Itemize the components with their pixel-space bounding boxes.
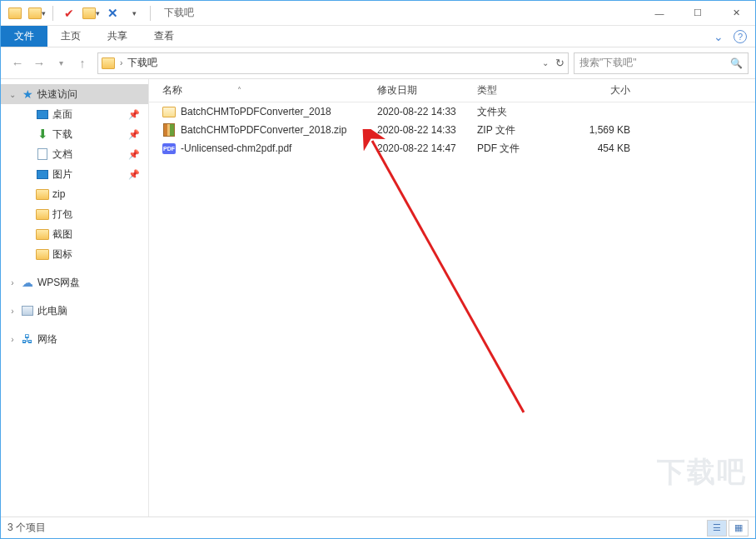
- sidebar-label: WPS网盘: [37, 276, 80, 290]
- pin-icon: 📌: [128, 109, 140, 120]
- sidebar-item-label: 图片: [52, 167, 72, 182]
- ribbon-tabs: 文件 主页 共享 查看 ⌄ ?: [1, 26, 755, 47]
- column-headers: 名称˄ 修改日期 类型 大小: [149, 79, 755, 102]
- navigation-bar: ← → ▾ ↑ › 下载吧 ⌄ ↻ 搜索"下载吧" 🔍: [1, 47, 755, 79]
- sidebar-quick-access[interactable]: ⌄ ★ 快速访问: [1, 84, 148, 104]
- folder-icon: [36, 207, 49, 221]
- address-bar[interactable]: › 下载吧 ⌄ ↻: [97, 52, 569, 74]
- forward-button[interactable]: →: [29, 53, 49, 73]
- file-name: -Unlicensed-chm2pdf.pdf: [181, 142, 291, 154]
- sidebar-item-label: 文档: [52, 147, 72, 162]
- sidebar-item[interactable]: 截图: [16, 224, 148, 244]
- column-type[interactable]: 类型: [470, 83, 562, 97]
- folder-icon: [36, 247, 49, 261]
- ribbon-expand-icon[interactable]: ⌄: [714, 30, 724, 43]
- file-row[interactable]: BatchCHMToPDFConverter_2018.zip2020-08-2…: [149, 121, 755, 139]
- sidebar-item[interactable]: 图片📌: [16, 164, 148, 184]
- sidebar-item[interactable]: 图标: [16, 244, 148, 264]
- qat-delete-button[interactable]: ✕: [103, 4, 122, 22]
- chevron-right-icon[interactable]: ›: [120, 58, 122, 67]
- sidebar-label: 网络: [37, 332, 57, 347]
- file-row[interactable]: PDF-Unlicensed-chm2pdf.pdf2020-08-22 14:…: [149, 139, 755, 157]
- tab-home[interactable]: 主页: [47, 26, 94, 47]
- file-row[interactable]: BatchCHMToPDFConverter_20182020-08-22 14…: [149, 102, 755, 121]
- address-folder-icon: [102, 57, 115, 69]
- maximize-button[interactable]: ☐: [679, 1, 717, 26]
- chevron-right-icon[interactable]: ›: [7, 335, 17, 344]
- sidebar-item-label: 图标: [52, 247, 72, 262]
- file-name: BatchCHMToPDFConverter_2018.zip: [181, 124, 346, 136]
- navigation-pane: ⌄ ★ 快速访问 桌面📌⬇下载📌文档📌图片📌zip打包截图图标 › ☁ WPS网…: [1, 79, 149, 517]
- sidebar-item-label: 下载: [52, 127, 72, 142]
- folder-icon: [36, 187, 49, 201]
- sidebar-label: 此电脑: [37, 304, 67, 318]
- folder-icon: [36, 227, 49, 241]
- sidebar-this-pc[interactable]: › 此电脑: [1, 301, 148, 321]
- chevron-down-icon[interactable]: ⌄: [7, 90, 17, 99]
- sidebar-label: 快速访问: [37, 87, 77, 102]
- qat-properties-button[interactable]: ✔: [60, 4, 78, 22]
- status-item-count: 3 个项目: [7, 521, 46, 535]
- file-list-area: 名称˄ 修改日期 类型 大小 BatchCHMToPDFConverter_20…: [149, 79, 755, 517]
- file-name: BatchCHMToPDFConverter_2018: [181, 106, 331, 117]
- tab-share[interactable]: 共享: [94, 26, 141, 47]
- cloud-icon: ☁: [21, 276, 34, 289]
- zip-icon: [162, 123, 176, 137]
- sidebar-wps[interactable]: › ☁ WPS网盘: [1, 272, 148, 292]
- down-icon: ⬇: [36, 127, 49, 141]
- file-date: 2020-08-22 14:47: [371, 142, 470, 154]
- view-details-button[interactable]: ☰: [707, 520, 727, 537]
- desktop-icon: [36, 107, 49, 121]
- pin-icon: 📌: [128, 169, 140, 180]
- column-size[interactable]: 大小: [562, 83, 637, 97]
- sidebar-item-label: 打包: [52, 207, 72, 222]
- status-bar: 3 个项目 ☰ ▦: [1, 517, 755, 538]
- search-input[interactable]: 搜索"下载吧" 🔍: [574, 52, 749, 74]
- network-icon: 🖧: [21, 332, 34, 346]
- sidebar-network[interactable]: › 🖧 网络: [1, 329, 148, 349]
- file-type: PDF 文件: [470, 142, 562, 156]
- title-bar: ▾ ✔ ▾ ✕ ▾ 下载吧 — ☐ ✕: [1, 1, 755, 26]
- close-button[interactable]: ✕: [717, 1, 755, 26]
- doc-icon: [36, 147, 49, 161]
- help-icon[interactable]: ?: [734, 30, 747, 43]
- qat-customize-dropdown[interactable]: ▾: [125, 4, 143, 22]
- sidebar-item[interactable]: 打包: [16, 204, 148, 224]
- column-name[interactable]: 名称˄: [156, 83, 371, 97]
- file-type: ZIP 文件: [470, 123, 562, 137]
- sidebar-item-label: 桌面: [52, 107, 72, 122]
- back-button[interactable]: ←: [7, 53, 27, 73]
- file-type: 文件夹: [470, 105, 562, 119]
- sidebar-item[interactable]: ⬇下载📌: [16, 124, 148, 144]
- sidebar-item[interactable]: 桌面📌: [16, 104, 148, 124]
- column-date[interactable]: 修改日期: [371, 83, 470, 97]
- sidebar-item-label: 截图: [52, 227, 72, 242]
- search-icon: 🔍: [730, 57, 743, 69]
- refresh-icon[interactable]: ↻: [555, 57, 565, 69]
- sidebar-item[interactable]: zip: [16, 184, 148, 204]
- star-icon: ★: [21, 87, 34, 101]
- chevron-right-icon[interactable]: ›: [7, 307, 17, 316]
- folder-icon: [162, 105, 176, 118]
- address-dropdown-icon[interactable]: ⌄: [542, 58, 549, 67]
- file-size: 454 KB: [562, 142, 637, 154]
- view-large-button[interactable]: ▦: [729, 520, 749, 537]
- up-button[interactable]: ↑: [72, 53, 92, 73]
- chevron-right-icon[interactable]: ›: [7, 278, 17, 287]
- breadcrumb-segment[interactable]: 下载吧: [127, 56, 157, 70]
- pin-icon: 📌: [128, 129, 140, 140]
- window-title: 下载吧: [164, 6, 194, 20]
- sort-indicator-icon: ˄: [237, 86, 241, 95]
- file-date: 2020-08-22 14:33: [371, 124, 470, 136]
- minimize-button[interactable]: —: [640, 1, 679, 26]
- pin-icon: 📌: [128, 149, 140, 160]
- sidebar-item[interactable]: 文档📌: [16, 144, 148, 164]
- tab-view[interactable]: 查看: [141, 26, 187, 47]
- tab-file[interactable]: 文件: [1, 26, 47, 47]
- sidebar-item-label: zip: [52, 188, 65, 200]
- qat-folder-dropdown[interactable]: ▾: [27, 4, 46, 22]
- qat-newfolder-dropdown[interactable]: ▾: [82, 4, 100, 22]
- search-placeholder: 搜索"下载吧": [579, 56, 637, 70]
- pc-icon: [21, 304, 34, 317]
- history-dropdown[interactable]: ▾: [51, 53, 71, 73]
